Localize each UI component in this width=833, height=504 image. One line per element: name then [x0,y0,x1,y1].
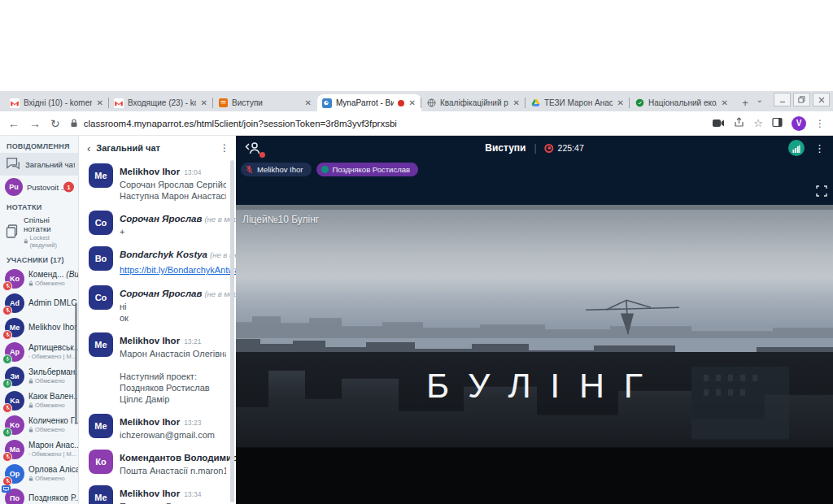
chat-link[interactable]: https://bit.ly/BondarchykAntwar [120,264,236,276]
camera-icon[interactable] [713,116,725,131]
participant-row[interactable]: Ko Коменд... (Ви) Обмежено [0,267,78,291]
avatar: Co [89,285,113,310]
tab-title: Вхідні (10) - komendantov [24,98,92,107]
side-panel-icon[interactable] [772,116,783,131]
tab-title: Національний еколого-н [648,98,717,107]
close-icon[interactable]: ✕ [304,98,312,107]
close-icon[interactable]: ✕ [408,98,416,107]
close-icon[interactable]: ✕ [617,98,625,107]
speaker-pill-muted[interactable]: Melikhov Ihor [241,163,312,176]
chat-options-icon[interactable]: ⋮ [220,142,229,154]
participant-row[interactable]: Ko Количенко Г... Обмежено [0,413,78,437]
close-window-button[interactable] [813,93,830,106]
browser-profile-avatar[interactable]: V [792,116,806,131]
connection-status-icon[interactable] [788,140,805,156]
sidebar-item-public-chat[interactable]: Загальний чат [0,153,78,176]
participant-row[interactable]: Ad Admin DMLC [0,291,78,315]
screenshot-root: Вхідні (10) - komendantov ✕ Входящие (23… [0,0,833,504]
chat-back-icon[interactable]: ‹ [87,143,90,154]
tab-title: MynaParrot - Виступи [336,98,394,107]
participant-row[interactable]: Ka Каюк Вален... Обмежено [0,389,78,413]
private-chat-label: Pustovoit ... [27,183,68,192]
video-caption: Ліцей№10 Булінг [242,214,319,225]
tab-title: Виступи [232,98,300,107]
participants-scrollbar[interactable] [75,302,77,424]
browser-tab-vystupy[interactable]: Виступи ✕ [213,94,317,111]
forward-icon[interactable]: → [29,117,41,130]
lock-icon [28,280,33,286]
browser-tab-qualification[interactable]: Кваліфікаційний раунд 2 ✕ [421,94,526,111]
chat-bubbles-icon [5,156,21,172]
close-icon[interactable]: ✕ [200,98,208,107]
participant-row[interactable]: Ор Орлова Аліса Обмежено [0,462,78,486]
public-chat-label: Загальний чат [25,160,75,169]
participant-row[interactable]: По Поздняков Р... [0,486,78,504]
voice-indicator-icon [321,166,329,173]
recording-timer: 225:47 [558,143,584,153]
speaker-pill-active[interactable]: Поздняков Ростислав [316,163,419,176]
lock-icon [28,476,33,481]
tab-search-chevron-icon[interactable]: ⌄ [757,95,763,104]
url-text[interactable]: classroom4.mynaparrot.es/html5client/joi… [84,119,397,128]
muted-mic-icon [2,281,12,291]
city-skyline-image [236,205,833,504]
divider: | [534,142,536,154]
tab-strip: Вхідні (10) - komendantov ✕ Входящие (23… [0,91,833,111]
sidebar-item-private-chat[interactable]: Pu Pustovoit ... 1 [0,176,78,198]
participant-row[interactable]: Ма Марон Анас... Обмежено | М... [0,437,78,462]
mynaparrot-icon [322,98,332,108]
eco-icon [635,98,644,108]
back-icon[interactable]: ← [8,117,20,130]
close-icon[interactable]: ✕ [721,98,729,107]
sidebar-item-shared-notes[interactable]: Спільні нотатки Locked (ведучий) [0,214,78,251]
lock-icon [28,354,30,359]
close-icon[interactable]: ✕ [512,98,521,107]
minimize-button[interactable] [774,93,791,106]
restore-button[interactable] [793,93,810,106]
meeting-options-icon[interactable]: ⋮ [814,142,825,154]
messages-section-label: ПОВІДОМЛЕННЯ [0,137,78,153]
close-icon[interactable]: ✕ [96,98,104,107]
muted-mic-icon [2,306,12,315]
shared-notes-status: Locked (ведучий) [24,234,75,249]
muted-mic-icon [246,165,253,174]
recording-indicator[interactable]: 225:47 [545,143,584,153]
notes-icon [5,224,20,241]
chat-scrollbar[interactable] [230,160,234,502]
browser-tab-eco[interactable]: Національний еколого-н ✕ [630,94,734,111]
chat-message: Me Melikhov Ihor13:04 Сорочан Ярослав Се… [89,163,226,202]
voice-icon [2,379,12,389]
meeting-title: Виступи [485,142,526,154]
tab-recording-indicator [398,100,404,106]
browser-tab-gmail-1[interactable]: Вхідні (10) - komendantov ✕ [5,94,109,111]
tab-title: ТЕЗИ Марон Анастасія - [544,98,613,107]
participant-row[interactable]: Зи Зильберман... Обмежено [0,364,78,389]
address-bar[interactable]: classroom4.mynaparrot.es/html5client/joi… [70,116,704,131]
notification-dot [259,152,265,158]
bookmark-star-icon[interactable]: ☆ [753,117,763,129]
record-icon [545,144,554,153]
browser-tab-drive[interactable]: ТЕЗИ Марон Анастасія - ✕ [526,94,630,111]
chat-message: Me Melikhov Ihor13:21 Марон Анастасія Ол… [89,332,226,405]
chat-message: Bo Bondarchyk Kostya(не в мережі)13:05 h… [89,246,226,276]
new-tab-button[interactable]: + [737,94,753,111]
avatar: Me [89,414,113,438]
chat-header: ‹ Загальний чат ⋮ [79,136,236,159]
reload-icon[interactable]: ↻ [50,117,60,130]
shared-notes-label: Спільні нотатки [24,216,75,234]
participant-row[interactable]: Ap Артищевськ... Обмежено | М... [0,340,78,364]
browser-menu-icon[interactable]: ⋮ [815,118,825,129]
chat-message: Me Melikhov Ihor13:23 ichzerowan@gmail.c… [89,414,226,441]
tab-title: Кваліфікаційний раунд 2 [440,98,508,107]
browser-tab-mynaparrot-active[interactable]: MynaParrot - Виступи ✕ [317,94,421,111]
toggle-userlist-button[interactable] [244,140,264,156]
avatar: Me [89,332,113,357]
participants-list: Ko Коменд... (Ви) Обмежено Ad Admin DMLC [0,267,78,504]
share-icon[interactable] [734,116,744,131]
chat-message: Me Melikhov Ihor13:34 Поздняков Ростисла… [89,485,226,504]
meeting-area: Виступи | 225:47 ⋮ [236,136,833,504]
browser-tab-gmail-2[interactable]: Входящие (23) - komenda ✕ [109,94,213,111]
fullscreen-icon[interactable] [816,185,827,197]
lock-icon [70,116,78,131]
participant-row[interactable]: Me Melikhov Ihor [0,315,78,340]
